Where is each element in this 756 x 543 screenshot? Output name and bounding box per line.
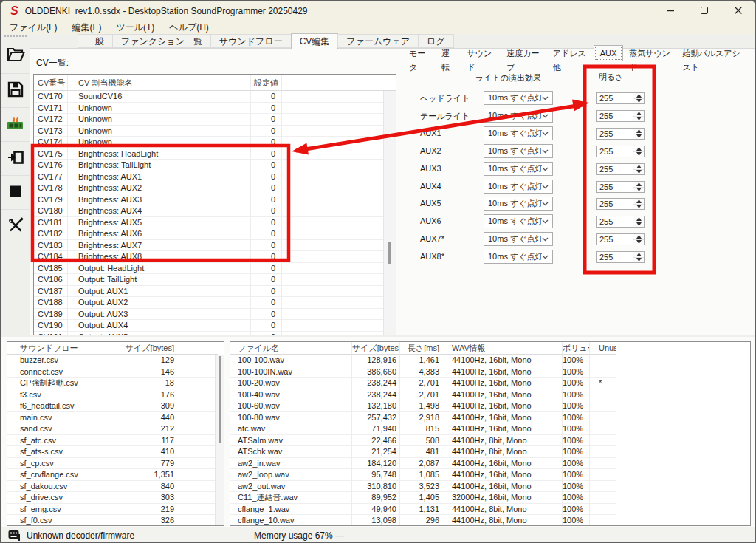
spinner-up-button[interactable] [633, 93, 644, 99]
soundflow-column-header[interactable]: サイズ[bytes] [123, 342, 179, 355]
aux-tab-6[interactable]: 蒸気サウンド [623, 47, 676, 61]
cv-table-row[interactable]: CV172Unknown0 [34, 114, 396, 126]
wav-column-header[interactable]: ボリューム [563, 342, 590, 355]
cv-table-row[interactable]: CV184Brightness: AUX80 [34, 251, 396, 263]
write-decoder-button[interactable] [1, 141, 30, 175]
aux-tab-1[interactable]: 運転 [436, 47, 461, 61]
soundflow-row[interactable]: sf_cp.csv779 [7, 458, 224, 470]
spinner-down-button[interactable] [633, 152, 644, 157]
save-button[interactable] [1, 73, 30, 107]
spinner-down-button[interactable] [633, 222, 644, 228]
firmware-flash-button[interactable] [1, 107, 30, 141]
cv-scrollbar-thumb[interactable] [388, 242, 391, 264]
wav-row[interactable]: aw2_in.wav184,1202,08744100Hz, 16bit, Mo… [230, 458, 750, 470]
soundflow-row[interactable]: sf_ats-s.csv410 [7, 446, 224, 458]
spinner-down-button[interactable] [633, 117, 644, 122]
spinner-down-button[interactable] [633, 188, 644, 193]
main-tab-3[interactable]: CV編集 [291, 33, 339, 49]
cv-table-row[interactable]: CV175Brightness: HeadLight0 [34, 148, 396, 160]
cv-table-row[interactable]: CV178Brightness: AUX20 [34, 182, 396, 194]
aux-tab-0[interactable]: モータ [403, 47, 436, 61]
cv-table-row[interactable]: CV183Brightness: AUX70 [34, 240, 396, 252]
effect-dropdown[interactable]: 10ms すぐ点灯 [484, 180, 553, 194]
brightness-spinner[interactable]: 255 [596, 233, 645, 245]
effect-dropdown[interactable]: 10ms すぐ点灯 [484, 109, 553, 123]
effect-dropdown[interactable]: 10ms すぐ点灯 [484, 214, 553, 228]
wav-row[interactable]: 100-100.wav128,9161,46144100Hz, 16bit, M… [230, 355, 750, 366]
stop-button[interactable] [1, 175, 30, 209]
wav-row[interactable]: 100-80.wav257,4322,91844100Hz, 16bit, Mo… [230, 412, 750, 424]
wav-column-header[interactable]: Unus... [590, 342, 616, 355]
aux-tab-7[interactable]: 始動パルスアシスト [677, 47, 751, 61]
spinner-up-button[interactable] [633, 216, 644, 222]
brightness-spinner[interactable]: 255 [596, 128, 645, 140]
soundflow-row[interactable]: sf_crvflange.csv1,351 [7, 469, 224, 481]
menu-item-2[interactable]: ツール(T) [109, 21, 162, 34]
spinner-up-button[interactable] [633, 164, 644, 170]
main-tab-2[interactable]: サウンドフロー [210, 34, 292, 48]
soundflow-row[interactable]: sf_emg.csv219 [7, 504, 224, 516]
spinner-down-button[interactable] [633, 134, 644, 140]
soundflow-row[interactable]: sf_f0.csv326 [7, 515, 224, 526]
soundflow-row[interactable]: CP強制起動.csv18 [7, 378, 224, 389]
soundflow-row[interactable]: sf_drive.csv303 [7, 492, 224, 504]
cv-table-row[interactable]: CV170SoundCV160 [34, 91, 396, 103]
toolbar-grip[interactable] [4, 35, 27, 38]
cv-table-row[interactable]: CV185Output: HeadLight0 [34, 263, 396, 275]
brightness-spinner[interactable]: 255 [596, 163, 645, 175]
spinner-up-button[interactable] [633, 252, 644, 258]
effect-dropdown[interactable]: 10ms すぐ点灯 [484, 162, 553, 176]
cv-table-row[interactable]: CV182Brightness: AUX60 [34, 228, 396, 240]
effect-dropdown[interactable]: 10ms すぐ点灯 [484, 197, 553, 211]
soundflow-row[interactable]: f3.csv176 [7, 389, 224, 401]
cv-table-row[interactable]: CV191Output: AUX50 [34, 332, 396, 336]
aux-tab-2[interactable]: サウンド [461, 47, 501, 61]
cv-table-row[interactable]: CV187Output: AUX10 [34, 286, 396, 298]
cv-table-row[interactable]: CV173Unknown0 [34, 126, 396, 137]
open-folder-button[interactable] [1, 39, 30, 73]
soundflow-scrollbar[interactable] [215, 355, 224, 525]
spinner-down-button[interactable] [633, 258, 644, 263]
effect-dropdown[interactable]: 10ms すぐ点灯 [484, 232, 553, 246]
cv-table-row[interactable]: CV188Output: AUX20 [34, 297, 396, 309]
brightness-spinner[interactable]: 255 [596, 146, 645, 157]
close-button[interactable] [721, 1, 755, 21]
wav-column-header[interactable]: 長さ[ms] [400, 342, 444, 355]
soundflow-row[interactable]: connect.csv146 [7, 366, 224, 378]
wav-row[interactable]: 100-40.wav238,2442,70144100Hz, 16bit, Mo… [230, 389, 750, 401]
brightness-spinner[interactable]: 255 [596, 216, 645, 228]
cv-table-row[interactable]: CV180Brightness: AUX40 [34, 205, 396, 217]
aux-tab-5[interactable]: AUX [594, 45, 624, 61]
menu-item-1[interactable]: 編集(E) [64, 21, 109, 34]
effect-dropdown[interactable]: 10ms すぐ点灯 [484, 144, 553, 158]
wav-row[interactable]: atc.wav71,94081544100Hz, 16bit, Mono100% [230, 423, 750, 435]
brightness-spinner[interactable]: 255 [596, 198, 645, 210]
effect-dropdown[interactable]: 10ms すぐ点灯 [484, 126, 553, 140]
menu-item-0[interactable]: ファイル(F) [2, 21, 64, 34]
cv-column-header[interactable]: 設定値 [251, 75, 282, 91]
cv-column-header[interactable]: CV 割当機能名 [68, 75, 251, 91]
cv-table-row[interactable]: CV186Output: TailLight0 [34, 274, 396, 286]
wav-column-header[interactable]: ファイル名 [230, 342, 352, 355]
aux-tab-3[interactable]: 速度カーブ [501, 47, 547, 61]
cv-table-row[interactable]: CV189Output: AUX30 [34, 309, 396, 321]
wav-row[interactable]: ATSchk.wav21,25448144100Hz, 8bit, Mono10… [230, 446, 750, 458]
cv-table-row[interactable]: CV171Unknown0 [34, 103, 396, 115]
brightness-spinner[interactable]: 255 [596, 181, 645, 193]
cv-table-row[interactable]: CV179Brightness: AUX30 [34, 194, 396, 206]
spinner-up-button[interactable] [633, 182, 644, 188]
minimize-button[interactable] [653, 1, 687, 21]
wav-row[interactable]: aw2_loop.wav95,7481,08544100Hz, 16bit, M… [230, 469, 750, 481]
cv-table-scrollbar[interactable] [383, 91, 396, 335]
wav-row[interactable]: ATSalm.wav22,46650844100Hz, 8bit, Mono10… [230, 435, 750, 447]
main-tab-0[interactable]: 一般 [78, 34, 113, 48]
wav-row[interactable]: cflange_10.wav13,09829644100Hz, 8bit, Mo… [230, 515, 750, 526]
brightness-spinner[interactable]: 255 [596, 251, 645, 263]
cv-table-row[interactable]: CV176Brightness: TailLight0 [34, 160, 396, 171]
spinner-down-button[interactable] [633, 170, 644, 175]
wav-row[interactable]: cflange_1.wav49,9401,13144100Hz, 8bit, M… [230, 504, 750, 516]
spinner-up-button[interactable] [633, 234, 644, 240]
effect-dropdown[interactable]: 10ms すぐ点灯 [484, 91, 553, 105]
cv-table-row[interactable]: CV190Output: AUX40 [34, 320, 396, 332]
brightness-spinner[interactable]: 255 [596, 110, 645, 122]
